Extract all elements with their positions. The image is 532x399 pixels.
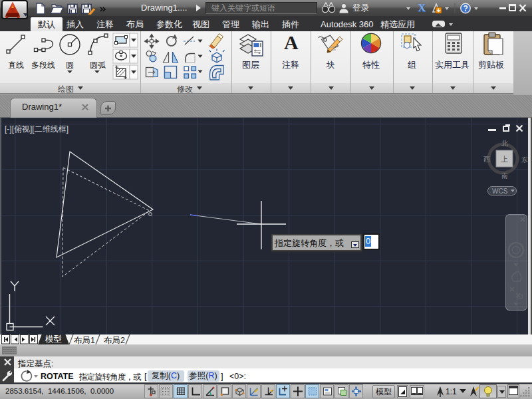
svg-text:?: ? bbox=[463, 4, 467, 13]
svg-text:X: X bbox=[418, 2, 426, 14]
svg-text:南: 南 bbox=[501, 172, 508, 180]
svg-text:北: 北 bbox=[501, 140, 509, 147]
svg-text:东: 东 bbox=[521, 156, 528, 164]
svg-text:上: 上 bbox=[501, 155, 508, 163]
svg-text:西: 西 bbox=[483, 156, 490, 163]
